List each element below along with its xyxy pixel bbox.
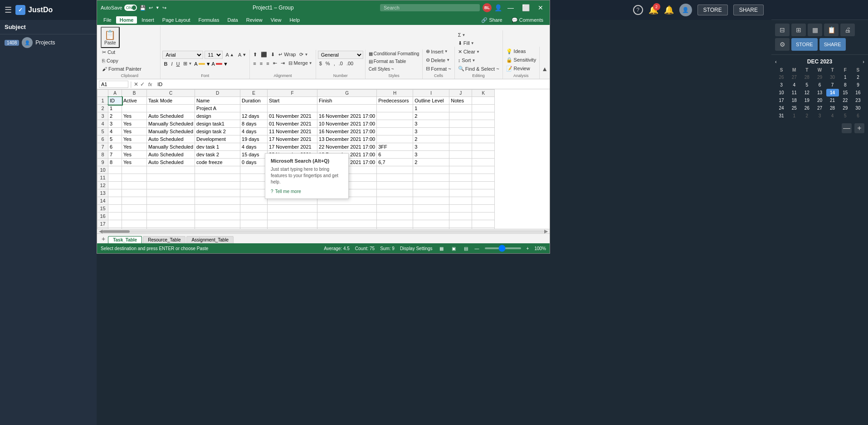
- cell-e2[interactable]: [240, 105, 268, 112]
- h-scroll-thumb[interactable]: [102, 230, 130, 233]
- middle-align-button[interactable]: ⬛: [259, 51, 268, 58]
- restore-button[interactable]: ⬜: [519, 3, 532, 12]
- cut-button[interactable]: ✂ Cut: [101, 48, 143, 56]
- top-align-button[interactable]: ⬆: [252, 51, 258, 58]
- wrap-text-button[interactable]: ↵ Wrap: [277, 51, 297, 58]
- rp-icon-1[interactable]: ⊟: [775, 24, 790, 36]
- cal-day[interactable]: 4: [826, 112, 839, 120]
- formula-input[interactable]: [156, 82, 548, 87]
- clear-button[interactable]: ✕ Clear ▼: [457, 48, 501, 56]
- rp-icon-3[interactable]: ▦: [808, 24, 822, 36]
- cell-f6[interactable]: 17 November 2021: [268, 135, 317, 143]
- cell-k2[interactable]: [472, 105, 495, 112]
- cell-d9[interactable]: code freeze: [195, 159, 240, 166]
- cell-c1[interactable]: Task Mode: [147, 97, 195, 105]
- sidebar-projects-row[interactable]: 1408 👤 Projects: [0, 34, 97, 51]
- cell-g3[interactable]: 16 November 2021 17:00: [317, 112, 377, 120]
- cell-i1[interactable]: Outline Level: [413, 97, 449, 105]
- cell-a9[interactable]: 8: [108, 159, 122, 166]
- autosave-toggle[interactable]: ON: [124, 5, 137, 11]
- cal-day[interactable]: 12: [800, 89, 813, 97]
- format-as-table-button[interactable]: ▤ Format as Table: [367, 58, 421, 65]
- cell-e6[interactable]: 19 days: [240, 135, 268, 143]
- cell-b2[interactable]: [122, 105, 147, 112]
- cell-c8[interactable]: Auto Scheduled: [147, 151, 195, 159]
- rp-icon-5[interactable]: 🖨: [840, 24, 855, 36]
- dec-decrease-button[interactable]: .00: [345, 60, 355, 67]
- cal-day[interactable]: 18: [788, 97, 800, 104]
- cal-day[interactable]: 7: [826, 81, 839, 89]
- page-layout-view-button[interactable]: ▣: [450, 246, 457, 251]
- cell-b7[interactable]: Yes: [122, 143, 147, 151]
- minus-button[interactable]: —: [842, 123, 852, 133]
- sensitivity-button[interactable]: 🔒 Sensitivity: [505, 56, 538, 64]
- cell-g6[interactable]: 13 December 2021 17:00: [317, 135, 377, 143]
- menu-help[interactable]: Help: [286, 16, 303, 24]
- collapse-icon[interactable]: ▲: [541, 65, 548, 72]
- cal-day[interactable]: 9: [852, 81, 864, 89]
- cancel-formula-icon[interactable]: ✕: [134, 81, 138, 87]
- review-changes-button[interactable]: 📝 Review: [505, 65, 538, 72]
- menu-home[interactable]: Home: [116, 16, 137, 24]
- cell-b3[interactable]: Yes: [122, 112, 147, 120]
- sheet-tab-resource-table[interactable]: Resource_Table: [143, 236, 185, 243]
- ribbon-collapse[interactable]: ▲: [540, 65, 548, 79]
- number-format-select[interactable]: General: [318, 51, 363, 59]
- ideas-button[interactable]: 💡 Ideas: [505, 48, 538, 55]
- cal-day[interactable]: 27: [788, 73, 800, 81]
- cell-i8[interactable]: 3: [413, 151, 449, 159]
- cal-day[interactable]: 2: [800, 112, 813, 120]
- comma-button[interactable]: ,: [332, 60, 336, 67]
- cal-day[interactable]: 31: [775, 112, 788, 120]
- percent-button[interactable]: %: [324, 60, 332, 67]
- confirm-formula-icon[interactable]: ✓: [140, 81, 145, 87]
- cell-c4[interactable]: Manually Scheduled: [147, 120, 195, 128]
- decrease-font-button[interactable]: A▼: [237, 51, 248, 58]
- cell-j5[interactable]: [449, 128, 472, 135]
- border-button[interactable]: ⊞ ▼: [182, 60, 193, 68]
- cell-a4[interactable]: 3: [108, 120, 122, 128]
- cell-g5[interactable]: 16 November 2021 17:00: [317, 128, 377, 135]
- col-j-header[interactable]: J: [449, 90, 472, 97]
- cell-d3[interactable]: design: [195, 112, 240, 120]
- col-i-header[interactable]: I: [413, 90, 449, 97]
- cell-i5[interactable]: 3: [413, 128, 449, 135]
- share-button[interactable]: SHARE: [733, 5, 764, 15]
- hamburger-icon[interactable]: ☰: [5, 5, 12, 15]
- h-scroll-track[interactable]: [102, 230, 544, 233]
- cal-day[interactable]: 22: [839, 97, 852, 104]
- sum-button[interactable]: Σ ▼: [457, 31, 501, 39]
- cell-j4[interactable]: [449, 120, 472, 128]
- col-f-header[interactable]: F: [268, 90, 317, 97]
- cal-day[interactable]: 1: [839, 73, 852, 81]
- cal-day[interactable]: 11: [788, 89, 800, 97]
- cell-f3[interactable]: 01 November 2021: [268, 112, 317, 120]
- tooltip-link[interactable]: ? Tell me more: [271, 189, 343, 194]
- col-e-header[interactable]: E: [240, 90, 268, 97]
- cell-d5[interactable]: design task 2: [195, 128, 240, 135]
- excel-search-input[interactable]: [380, 4, 480, 11]
- cell-b9[interactable]: Yes: [122, 159, 147, 166]
- zoom-out-icon[interactable]: —: [475, 246, 479, 251]
- cell-j7[interactable]: [449, 143, 472, 151]
- cell-f5[interactable]: 11 November 2021: [268, 128, 317, 135]
- cal-day[interactable]: 5: [800, 81, 813, 89]
- bottom-align-button[interactable]: ⬇: [269, 51, 276, 58]
- cal-day[interactable]: 15: [839, 89, 852, 97]
- cell-c7[interactable]: Manually Scheduled: [147, 143, 195, 151]
- name-box[interactable]: [99, 81, 128, 88]
- format-button[interactable]: ⊟ Format ~: [424, 65, 452, 72]
- cal-day[interactable]: 24: [775, 104, 788, 112]
- cell-d8[interactable]: dev task 2: [195, 151, 240, 159]
- cell-i2[interactable]: 1: [413, 105, 449, 112]
- sort-filter-button[interactable]: ↕ Sort ▼: [457, 57, 501, 64]
- cell-i7[interactable]: 3: [413, 143, 449, 151]
- font-color[interactable]: A ▼: [212, 61, 228, 67]
- copy-button[interactable]: ⎘ Copy: [101, 57, 143, 64]
- cell-f1[interactable]: Start: [268, 97, 317, 105]
- col-d-header[interactable]: D: [195, 90, 240, 97]
- cell-styles-button[interactable]: Cell Styles ~: [367, 66, 421, 72]
- rp-store-btn[interactable]: STORE: [791, 38, 818, 51]
- cell-b8[interactable]: Yes: [122, 151, 147, 159]
- rp-icon-2[interactable]: ⊞: [791, 24, 806, 36]
